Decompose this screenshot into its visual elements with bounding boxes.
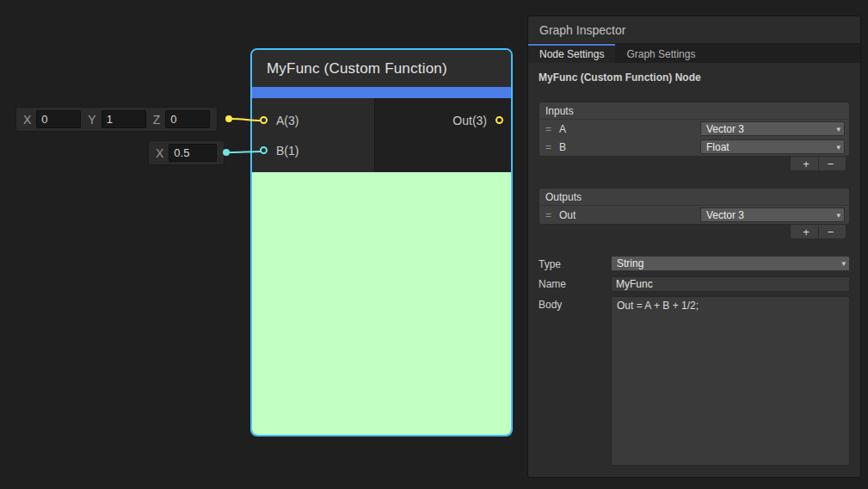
- inspector-content: MyFunc (Custom Function) Node Inputs = A…: [528, 63, 860, 477]
- drag-handle-icon[interactable]: =: [545, 209, 559, 221]
- y-field-label: Y: [88, 113, 95, 127]
- node-preview: [252, 172, 511, 435]
- body-label: Body: [539, 296, 611, 311]
- input-row-b[interactable]: = B Float ▾: [539, 138, 849, 156]
- add-output-button[interactable]: +: [794, 226, 818, 238]
- port-row-a: A(3): [252, 105, 374, 135]
- node-settings-heading: MyFunc (Custom Function) Node: [539, 71, 850, 84]
- output-out-type-dropdown[interactable]: Vector 3 ▾: [700, 207, 845, 222]
- x-field-label: X: [156, 146, 163, 160]
- graph-inspector-panel: Graph Inspector Node Settings Graph Sett…: [527, 15, 861, 478]
- type-dropdown[interactable]: String ▾: [611, 256, 850, 271]
- name-input[interactable]: [611, 276, 850, 292]
- y-field-input[interactable]: [102, 110, 146, 128]
- chevron-down-icon: ▾: [841, 259, 846, 268]
- inputs-list-title: Inputs: [539, 102, 849, 120]
- output-ports-column: Out(3): [375, 98, 511, 172]
- node-title-bar[interactable]: MyFunc (Custom Function): [252, 50, 511, 87]
- float-field-input[interactable]: [169, 144, 217, 162]
- input-b-type-value: Float: [706, 141, 729, 153]
- body-row: Body Out = A + B + 1/2;: [539, 296, 850, 466]
- tab-graph-settings[interactable]: Graph Settings: [615, 44, 706, 63]
- inspector-title: Graph Inspector: [539, 23, 625, 37]
- port-out-label: Out(3): [452, 114, 487, 127]
- inspector-header[interactable]: Graph Inspector: [528, 16, 860, 44]
- chevron-down-icon: ▾: [836, 211, 840, 220]
- chevron-down-icon: ▾: [836, 143, 840, 152]
- float-connector-dot-icon[interactable]: [223, 149, 230, 156]
- remove-output-button[interactable]: −: [818, 226, 842, 238]
- output-out-name: Out: [559, 209, 700, 221]
- drag-handle-icon[interactable]: =: [545, 141, 559, 153]
- input-row-a[interactable]: = A Vector 3 ▾: [539, 120, 849, 138]
- type-label: Type: [539, 256, 611, 270]
- vector3-port-input-widget: X Y Z: [15, 107, 218, 132]
- inputs-list-footer: + −: [539, 157, 850, 171]
- remove-input-button[interactable]: −: [818, 158, 842, 170]
- inputs-section: Inputs = A Vector 3 ▾ = B Float ▾: [539, 102, 850, 171]
- add-input-button[interactable]: +: [794, 158, 818, 170]
- outputs-list-footer: + −: [539, 225, 850, 239]
- outputs-list: Outputs = Out Vector 3 ▾: [539, 188, 850, 225]
- name-row: Name: [539, 275, 850, 292]
- x-field-label: X: [23, 113, 31, 127]
- port-b-label: B(1): [276, 144, 299, 158]
- chevron-down-icon: ▾: [836, 125, 840, 133]
- inspector-tab-bar: Node Settings Graph Settings: [528, 44, 860, 63]
- input-a-type-value: Vector 3: [706, 123, 744, 135]
- output-row-out[interactable]: = Out Vector 3 ▾: [539, 206, 849, 224]
- input-b-type-dropdown[interactable]: Float ▾: [700, 139, 845, 154]
- x-field-input[interactable]: [36, 110, 81, 128]
- drag-handle-icon[interactable]: =: [545, 123, 559, 135]
- z-field-label: Z: [153, 113, 161, 127]
- port-a-label: A(3): [276, 114, 299, 127]
- port-row-out: Out(3): [445, 105, 511, 135]
- input-ports-column: A(3) B(1): [252, 98, 375, 172]
- type-value: String: [617, 257, 643, 269]
- node-accent-bar: [252, 87, 511, 98]
- z-field-input[interactable]: [165, 110, 210, 128]
- name-label: Name: [539, 275, 611, 290]
- inputs-list: Inputs = A Vector 3 ▾ = B Float ▾: [539, 102, 850, 157]
- outputs-list-title: Outputs: [539, 189, 849, 206]
- node-port-area: A(3) B(1) Out(3): [252, 98, 511, 172]
- outputs-section: Outputs = Out Vector 3 ▾ + −: [539, 188, 850, 239]
- output-port-out-icon[interactable]: [496, 116, 503, 124]
- tab-node-settings[interactable]: Node Settings: [528, 44, 615, 63]
- output-out-type-value: Vector 3: [706, 209, 744, 221]
- port-row-b: B(1): [252, 135, 374, 165]
- float-port-input-widget: X: [148, 140, 225, 165]
- vector3-connector-dot-icon[interactable]: [225, 115, 232, 122]
- body-textarea[interactable]: Out = A + B + 1/2;: [611, 296, 850, 466]
- type-row: Type String ▾: [539, 256, 850, 271]
- input-a-type-dropdown[interactable]: Vector 3 ▾: [700, 121, 845, 136]
- input-b-name: B: [559, 141, 700, 153]
- input-a-name: A: [559, 123, 700, 135]
- node-title: MyFunc (Custom Function): [267, 60, 447, 77]
- input-port-a-icon[interactable]: [260, 116, 268, 124]
- input-port-b-icon[interactable]: [260, 146, 268, 154]
- myfunc-node[interactable]: MyFunc (Custom Function) A(3) B(1) Out(3…: [250, 48, 513, 436]
